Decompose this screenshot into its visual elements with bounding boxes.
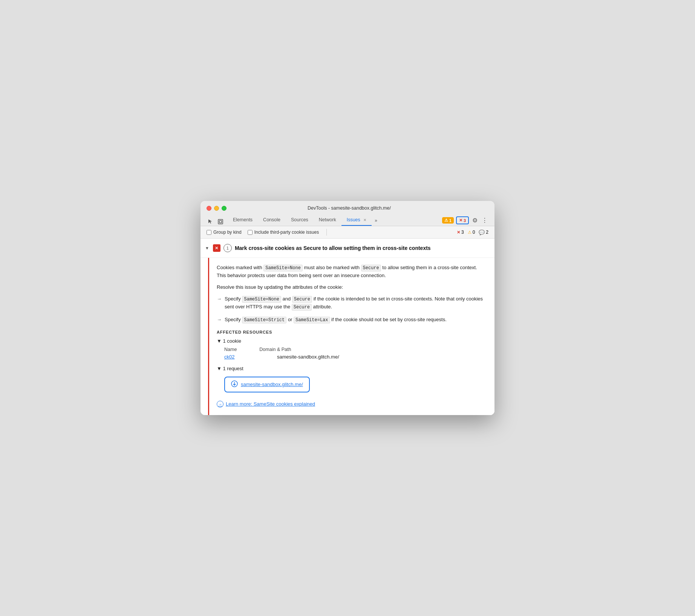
request-link-icon bbox=[231, 380, 238, 389]
request-group-label: ▼ 1 request bbox=[217, 366, 243, 371]
code-secure-2: Secure bbox=[292, 296, 312, 303]
issue-description: Cookies marked with SameSite=None must a… bbox=[217, 258, 487, 284]
cookie-domain-header: Domain & Path bbox=[259, 347, 291, 352]
filter-counts: ✕ 3 ⚠ 0 💬 2 bbox=[457, 230, 488, 235]
devtools-window: DevTools - samesite-sandbox.glitch.me/ bbox=[201, 201, 494, 415]
svg-rect-1 bbox=[219, 221, 222, 223]
title-bar: DevTools - samesite-sandbox.glitch.me/ bbox=[201, 201, 494, 226]
warning-icon: ⚠ bbox=[444, 218, 448, 223]
tab-close-icon[interactable]: ✕ bbox=[363, 218, 366, 222]
cookie-name-value[interactable]: ck02 bbox=[224, 354, 254, 360]
error-icon: ✕ bbox=[459, 218, 462, 223]
filter-error-icon: ✕ bbox=[457, 230, 460, 235]
cookie-name-header: Name bbox=[224, 347, 237, 352]
code-secure-3: Secure bbox=[292, 304, 312, 311]
svg-rect-0 bbox=[218, 219, 223, 224]
tab-sources[interactable]: Sources bbox=[286, 215, 314, 226]
main-content: ▼ ✕ 1 Mark cross-site cookies as Secure … bbox=[201, 239, 494, 415]
filter-info-icon: 💬 bbox=[479, 230, 485, 235]
tab-console[interactable]: Console bbox=[258, 215, 286, 226]
code-samesite-none: SameSite=None bbox=[263, 265, 303, 271]
learn-more-text: Learn more: SameSite cookies explained bbox=[226, 401, 315, 407]
tabs-row: Elements Console Sources Network Issues … bbox=[207, 215, 488, 226]
issue-chevron-icon: ▼ bbox=[205, 246, 209, 250]
tab-right-icons: ⚠ 1 ✕ 3 ⚙ ⋮ bbox=[442, 216, 488, 226]
filter-separator bbox=[326, 229, 327, 236]
affected-label: AFFECTED RESOURCES bbox=[217, 330, 487, 334]
issue-error-badge: ✕ bbox=[213, 244, 220, 252]
learn-more-icon: → bbox=[217, 401, 224, 408]
filter-bar: Group by kind Include third-party cookie… bbox=[201, 226, 494, 239]
warning-badge[interactable]: ⚠ 1 bbox=[442, 217, 454, 224]
cookie-domain-value: samesite-sandbox.glitch.me/ bbox=[277, 354, 339, 360]
warning-count: 1 bbox=[449, 218, 452, 223]
gear-icon[interactable]: ⚙ bbox=[471, 217, 479, 224]
tabs: Elements Console Sources Network Issues … bbox=[228, 215, 380, 226]
group-by-kind-label[interactable]: Group by kind bbox=[207, 230, 242, 235]
cookie-group-chevron: ▼ 1 cookie bbox=[217, 338, 241, 344]
error-count: 3 bbox=[464, 218, 466, 223]
error-count-badge: ✕ 3 bbox=[457, 230, 464, 235]
code-samesite-strict: SameSite=Strict bbox=[242, 317, 286, 323]
tab-network[interactable]: Network bbox=[314, 215, 341, 226]
cursor-icon[interactable] bbox=[207, 218, 215, 226]
filter-warning-icon: ⚠ bbox=[468, 230, 471, 235]
affected-section: AFFECTED RESOURCES ▼ 1 cookie Name Domai… bbox=[217, 330, 487, 408]
issue-count-circle: 1 bbox=[224, 244, 232, 252]
tabs-more-button[interactable]: » bbox=[372, 215, 380, 226]
code-samesite-lax: SameSite=Lax bbox=[294, 317, 330, 323]
tab-issues[interactable]: Issues ✕ bbox=[341, 215, 372, 226]
arrow-icon-2: → bbox=[217, 316, 222, 324]
devtools-tools bbox=[207, 218, 225, 226]
issue-resolve-text: Resolve this issue by updating the attri… bbox=[217, 284, 487, 290]
cookie-group: ▼ 1 cookie Name Domain & Path ck02 sames… bbox=[217, 338, 487, 360]
issue-body: Cookies marked with SameSite=None must a… bbox=[208, 258, 494, 415]
cookie-row: ck02 samesite-sandbox.glitch.me/ bbox=[224, 354, 487, 360]
learn-more-link[interactable]: → Learn more: SameSite cookies explained bbox=[217, 401, 487, 408]
request-url: samesite-sandbox.glitch.me/ bbox=[241, 382, 303, 387]
window-title: DevTools - samesite-sandbox.glitch.me/ bbox=[210, 205, 488, 211]
issue-title: Mark cross-site cookies as Secure to all… bbox=[235, 245, 431, 251]
issue-error-icon: ✕ bbox=[215, 246, 218, 251]
cookie-table: Name Domain & Path ck02 samesite-sandbox… bbox=[224, 347, 487, 360]
code-samesite-none-2: SameSite=None bbox=[242, 296, 281, 303]
tab-elements[interactable]: Elements bbox=[228, 215, 258, 226]
info-count-badge: 💬 2 bbox=[479, 230, 488, 235]
request-group: ▼ 1 request samesite-sandbox.glitch.me/ bbox=[217, 366, 487, 392]
code-secure-1: Secure bbox=[361, 265, 381, 271]
request-link[interactable]: samesite-sandbox.glitch.me/ bbox=[224, 377, 310, 392]
group-by-kind-checkbox[interactable] bbox=[207, 230, 211, 235]
error-badge[interactable]: ✕ 3 bbox=[456, 216, 469, 224]
arrow-icon-1: → bbox=[217, 295, 222, 311]
include-third-party-label[interactable]: Include third-party cookie issues bbox=[248, 230, 319, 235]
include-third-party-checkbox[interactable] bbox=[248, 230, 253, 235]
issue-header[interactable]: ▼ ✕ 1 Mark cross-site cookies as Secure … bbox=[201, 239, 494, 258]
warning-count-badge: ⚠ 0 bbox=[468, 230, 475, 235]
bullet-item-2: → Specify SameSite=Strict or SameSite=La… bbox=[217, 316, 487, 324]
more-options-icon[interactable]: ⋮ bbox=[481, 217, 488, 224]
layers-icon[interactable] bbox=[216, 218, 225, 226]
cookie-table-header: Name Domain & Path bbox=[224, 347, 487, 352]
request-group-header[interactable]: ▼ 1 request bbox=[217, 366, 487, 371]
cookie-group-header[interactable]: ▼ 1 cookie bbox=[217, 338, 487, 344]
bullet-item-1: → Specify SameSite=None and Secure if th… bbox=[217, 295, 487, 311]
